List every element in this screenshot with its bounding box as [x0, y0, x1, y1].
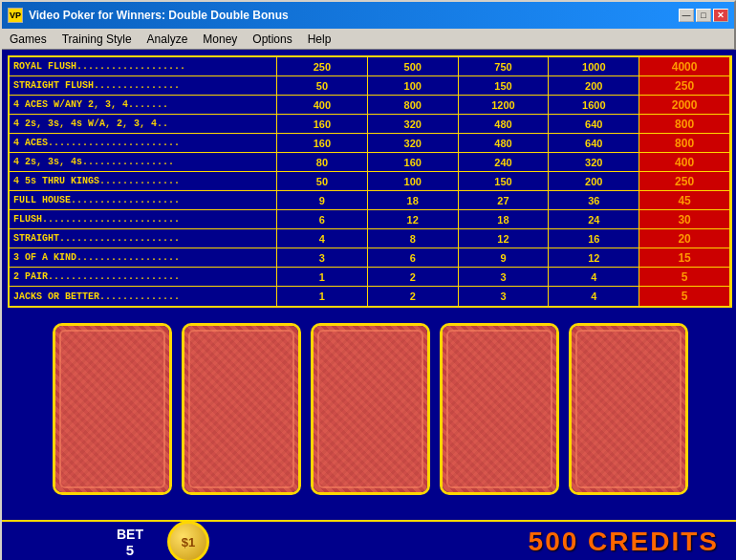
- table-row: 480: [459, 115, 549, 134]
- menu-options[interactable]: Options: [245, 31, 299, 48]
- pay-value: 1200: [459, 99, 549, 111]
- card-3[interactable]: [311, 323, 430, 495]
- paytable-col-3: 7501501200480480240150271812933: [459, 57, 550, 306]
- pay-value: 27: [459, 195, 549, 206]
- pay-value: 9: [459, 252, 549, 264]
- pay-value: 18: [459, 214, 549, 226]
- table-row: 320: [368, 134, 458, 153]
- table-row: 4: [549, 268, 639, 287]
- table-row: 800: [639, 134, 729, 153]
- pay-value: 9: [277, 195, 367, 206]
- table-row: 400: [639, 153, 729, 172]
- card-5[interactable]: [569, 323, 688, 495]
- table-row: FULL HOUSE...................: [10, 191, 276, 210]
- pay-value: 2: [368, 291, 458, 302]
- paytable-col-5: 400025020008008004002504530201555: [639, 57, 730, 306]
- pay-value: 45: [639, 194, 729, 207]
- maximize-button[interactable]: □: [696, 9, 711, 22]
- table-row: JACKS OR BETTER..............: [10, 287, 276, 306]
- card-2[interactable]: [182, 323, 301, 495]
- menu-money[interactable]: Money: [195, 31, 245, 48]
- table-row: 12: [549, 248, 639, 268]
- table-row: 4 5s THRU KINGS..............: [10, 172, 276, 191]
- menu-analyze[interactable]: Analyze: [140, 31, 196, 48]
- table-row: 1: [277, 287, 367, 306]
- paytable-col-2: 50010080032032016010018128622: [368, 57, 459, 306]
- coin-button[interactable]: $1: [167, 521, 209, 560]
- pay-value: 4: [549, 291, 639, 302]
- minimize-button[interactable]: —: [679, 9, 694, 22]
- table-row: 3: [459, 268, 549, 287]
- menu-games[interactable]: Games: [2, 31, 54, 48]
- pay-value: 150: [459, 80, 549, 92]
- window-title: Video Poker for Winners: Double Double B…: [29, 9, 289, 22]
- pay-value: 4000: [639, 60, 729, 74]
- table-row: 750: [459, 57, 549, 76]
- table-row: 6: [277, 210, 367, 229]
- table-row: STRAIGHT.....................: [10, 229, 276, 248]
- pay-value: 160: [368, 157, 458, 168]
- table-row: 45: [639, 191, 729, 210]
- app-icon: VP: [8, 8, 23, 23]
- cards-area: [8, 315, 732, 503]
- table-row: 320: [549, 153, 639, 172]
- pay-value: 160: [277, 138, 367, 149]
- table-row: 4 2s, 3s, 4s W/A, 2, 3, 4..: [10, 115, 276, 134]
- pay-label-text: 4 5s THRU KINGS..............: [10, 176, 184, 186]
- table-row: 100: [368, 172, 458, 191]
- pay-value: 800: [368, 99, 458, 111]
- table-row: STRAIGHT FLUSH...............: [10, 76, 276, 96]
- table-row: 80: [277, 153, 367, 172]
- bet-amount: 5: [126, 542, 134, 558]
- pay-label-text: JACKS OR BETTER..............: [10, 291, 184, 302]
- table-row: 4000: [639, 57, 729, 76]
- table-row: 50: [277, 172, 367, 191]
- table-row: 24: [549, 210, 639, 229]
- table-row: 9: [459, 248, 549, 268]
- pay-label-text: FLUSH........................: [10, 214, 184, 225]
- paytable: ROYAL FLUSH...................STRAIGHT F…: [8, 55, 732, 308]
- table-row: 2: [368, 287, 458, 306]
- pay-value: 20: [639, 232, 729, 246]
- pay-value: 2000: [639, 98, 729, 112]
- menu-training-style[interactable]: Training Style: [54, 31, 140, 48]
- pay-value: 30: [639, 213, 729, 226]
- table-row: 15: [639, 248, 729, 268]
- table-row: 160: [368, 153, 458, 172]
- pay-value: 2: [368, 271, 458, 283]
- table-row: 160: [277, 115, 367, 134]
- table-row: 27: [459, 191, 549, 210]
- pay-value: 320: [368, 138, 458, 149]
- table-row: 2 PAIR.......................: [10, 268, 276, 287]
- pay-value: 12: [368, 214, 458, 226]
- application-window: VP Video Poker for Winners: Double Doubl…: [0, 0, 736, 560]
- menu-help[interactable]: Help: [300, 31, 339, 48]
- table-row: 800: [368, 96, 458, 115]
- table-row: 4 2s, 3s, 4s................: [10, 153, 276, 172]
- pay-value: 640: [549, 118, 639, 130]
- pay-value: 12: [459, 233, 549, 245]
- pay-value: 50: [277, 176, 367, 187]
- card-1[interactable]: [53, 323, 172, 495]
- pay-value: 1: [277, 271, 367, 283]
- pay-value: 1000: [549, 61, 639, 73]
- pay-value: 150: [459, 176, 549, 187]
- close-button[interactable]: ✕: [713, 9, 728, 22]
- table-row: 8: [368, 229, 458, 248]
- window-controls: — □ ✕: [679, 9, 728, 22]
- table-row: 4 ACES W/ANY 2, 3, 4.......: [10, 96, 276, 115]
- pay-value: 36: [549, 195, 639, 206]
- pay-value: 640: [549, 138, 639, 149]
- table-row: 50: [277, 76, 367, 96]
- bottom-bar: BET 5 $1 500 CREDITS: [2, 520, 736, 560]
- pay-label-text: 4 ACES.......................: [10, 138, 184, 148]
- pay-value: 480: [459, 138, 549, 149]
- table-row: 640: [549, 115, 639, 134]
- table-row: 1600: [549, 96, 639, 115]
- pay-value: 1: [277, 291, 367, 302]
- pay-label-text: STRAIGHT FLUSH...............: [10, 80, 184, 91]
- card-4[interactable]: [440, 323, 559, 495]
- pay-value: 12: [549, 252, 639, 264]
- table-row: 3 OF A KIND..................: [10, 248, 276, 268]
- pay-value: 480: [459, 118, 549, 130]
